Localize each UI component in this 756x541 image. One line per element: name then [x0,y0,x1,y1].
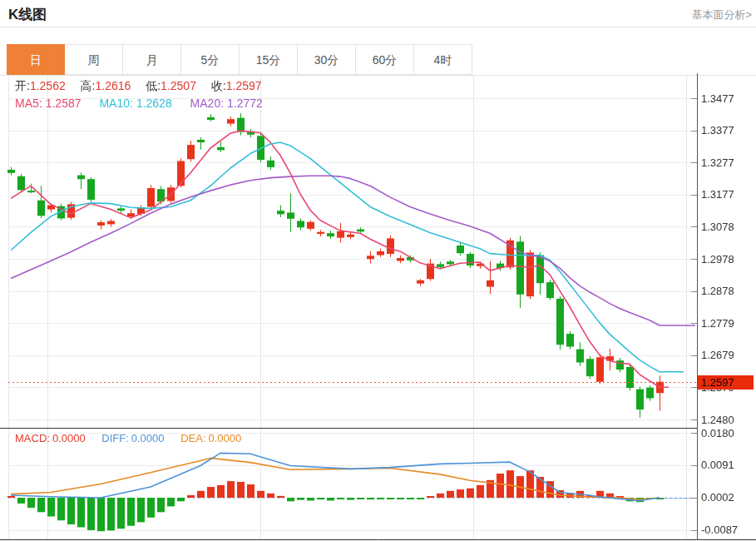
page-title: K线图 [8,5,47,24]
timeframe-tabs: 日周月5分15分30分60分4时 [0,44,756,76]
close-value: 1.2597 [226,79,262,92]
price-axis-label: 1.3377 [701,124,734,136]
tab-week[interactable]: 周 [65,44,123,75]
tab-5min[interactable]: 5分 [181,44,240,75]
low-label: 低: [146,79,161,92]
tab-4hour[interactable]: 4时 [414,44,472,75]
macd-axis-label: 0.0180 [701,427,734,439]
current-price-badge: 1.2597 [698,375,754,390]
macd-axis-label: 0.0091 [701,459,734,471]
tab-month[interactable]: 月 [123,44,181,75]
kline-canvas[interactable] [0,73,756,541]
macd-value-legend: MACD:0.0000 [15,432,86,444]
low-value: 1.2507 [161,79,196,92]
price-axis-label: 1.3078 [701,221,734,233]
ma10-legend: MA10:1.2628 [99,97,171,110]
price-axis-label: 1.2978 [701,253,734,266]
ma-legend: MA5:1.2587 MA10:1.2628 MA20:1.2772 [15,97,263,110]
dea-value-legend: DEA:0.0000 [180,432,241,444]
close-label: 收: [211,79,226,92]
fundamental-analysis-link[interactable]: 基本面分析> [691,7,752,22]
macd-axis-label: -0.0087 [701,524,738,536]
tab-60min[interactable]: 60分 [356,44,414,75]
ma5-legend: MA5:1.2587 [15,97,82,110]
ma20-legend: MA20:1.2772 [190,97,263,110]
diff-value-legend: DIFF:0.0000 [101,432,164,444]
price-axis-label: 1.3177 [701,188,734,201]
kline-page: K线图 基本面分析> 日周月5分15分30分60分4时 开:1.2562 高:1… [0,0,756,541]
price-axis-label: 1.2779 [701,317,734,330]
tab-30min[interactable]: 30分 [298,44,356,75]
macd-axis-label: 0.0002 [701,491,734,504]
macd-legend: MACD:0.0000 DIFF:0.0000 DEA:0.0000 [15,432,241,444]
price-axis-label: 1.2480 [701,414,734,426]
open-label: 开: [15,79,30,92]
price-axis-label: 1.3477 [701,92,734,105]
chart-area: 开:1.2562 高:1.2616 低:1.2507 收:1.2597 MA5:… [0,73,756,541]
high-label: 高: [81,79,96,92]
price-axis-label: 1.3277 [701,156,734,169]
high-value: 1.2616 [96,79,131,92]
page-header: K线图 基本面分析> [0,0,756,27]
tab-15min[interactable]: 15分 [240,44,298,75]
price-axis-label: 1.2878 [701,285,734,297]
price-axis-label: 1.2679 [701,349,734,361]
tab-day[interactable]: 日 [7,44,65,75]
ohlc-legend: 开:1.2562 高:1.2616 低:1.2507 收:1.2597 [15,79,274,94]
open-value: 1.2562 [30,79,66,92]
